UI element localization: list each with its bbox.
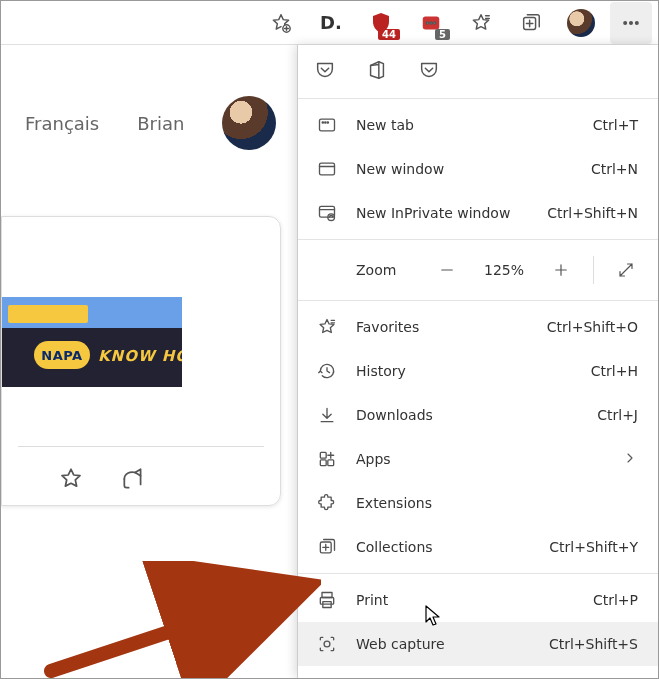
svg-point-23: [324, 641, 330, 647]
menu-history[interactable]: History Ctrl+H: [298, 349, 658, 393]
capture-icon: [316, 634, 338, 654]
zoom-label: Zoom: [356, 262, 417, 278]
zoom-out-button[interactable]: [425, 248, 469, 292]
extension-d-label: D.: [320, 12, 342, 33]
svg-rect-13: [320, 163, 335, 175]
menu-shortcut: Ctrl+Shift+Y: [549, 539, 638, 555]
apps-icon: [316, 449, 338, 469]
menu-label: Favorites: [356, 319, 529, 335]
menu-label: New InPrivate window: [356, 205, 529, 221]
add-favorite-button[interactable]: [260, 2, 302, 44]
menu-collections[interactable]: Collections Ctrl+Shift+Y: [298, 525, 658, 569]
svg-rect-16: [320, 452, 326, 458]
menu-print[interactable]: Print Ctrl+P: [298, 578, 658, 622]
menu-apps[interactable]: Apps: [298, 437, 658, 481]
menu-label: New tab: [356, 117, 575, 133]
menu-shortcut: Ctrl+Shift+O: [547, 319, 638, 335]
new-tab-icon: [316, 115, 338, 135]
menu-shortcut: Ctrl+H: [591, 363, 638, 379]
zoom-in-button[interactable]: [539, 248, 583, 292]
inprivate-icon: [316, 203, 338, 223]
annotation-arrow: [41, 561, 321, 679]
user-name-label[interactable]: Brian: [137, 113, 184, 134]
svg-point-10: [322, 122, 323, 123]
menu-shortcut: Ctrl+P: [593, 592, 638, 608]
collections-toolbar-button[interactable]: [510, 2, 552, 44]
svg-point-3: [430, 21, 432, 23]
puzzle-icon: [316, 493, 338, 513]
menu-label: Apps: [356, 451, 604, 467]
content-card: NAPA KNOW HOW: [1, 216, 281, 506]
brand-badge: NAPA: [34, 341, 90, 369]
menu-label: Print: [356, 592, 575, 608]
history-icon: [316, 361, 338, 381]
zoom-percent: 125%: [477, 262, 531, 278]
svg-rect-18: [320, 460, 326, 466]
card-favorite-button[interactable]: [58, 466, 84, 495]
menu-downloads[interactable]: Downloads Ctrl+J: [298, 393, 658, 437]
svg-point-6: [624, 21, 627, 24]
user-avatar[interactable]: [222, 96, 276, 150]
star-icon: [316, 317, 338, 337]
svg-point-2: [426, 21, 428, 23]
svg-point-7: [630, 21, 633, 24]
svg-line-26: [51, 589, 299, 671]
pocket-icon-2[interactable]: [418, 59, 440, 84]
menu-new-window[interactable]: New window Ctrl+N: [298, 147, 658, 191]
svg-rect-9: [320, 119, 335, 131]
overflow-menu: New tab Ctrl+T New window Ctrl+N New InP…: [297, 45, 658, 678]
menu-label: Extensions: [356, 495, 638, 511]
brand-tagline: KNOW HOW: [98, 347, 182, 365]
language-link[interactable]: Français: [25, 113, 99, 134]
download-icon: [316, 405, 338, 425]
menu-shortcut: Ctrl+Shift+S: [549, 636, 638, 652]
menu-label: New window: [356, 161, 573, 177]
profile-button[interactable]: [560, 2, 602, 44]
menu-shortcut: Ctrl+N: [591, 161, 638, 177]
menu-label: Web capture: [356, 636, 531, 652]
menu-shortcut: Ctrl+Shift+N: [547, 205, 638, 221]
page-header: Français Brian 5: [25, 96, 326, 150]
favorites-hub-button[interactable]: [460, 2, 502, 44]
menu-top-icons: [298, 45, 658, 94]
avatar-icon: [567, 9, 595, 37]
menu-shortcut: Ctrl+J: [597, 407, 638, 423]
svg-point-12: [327, 122, 328, 123]
menu-label: Downloads: [356, 407, 579, 423]
fullscreen-button[interactable]: [604, 248, 648, 292]
menu-new-tab[interactable]: New tab Ctrl+T: [298, 103, 658, 147]
print-icon: [316, 590, 338, 610]
ublock-badge: 44: [378, 29, 400, 40]
more-menu-button[interactable]: [610, 2, 652, 44]
menu-shortcut: Ctrl+T: [593, 117, 638, 133]
svg-point-4: [434, 21, 436, 23]
office-icon[interactable]: [366, 59, 388, 84]
svg-point-11: [325, 122, 326, 123]
password-badge: 5: [435, 29, 450, 40]
extension-password-button[interactable]: 5: [410, 2, 452, 44]
chevron-right-icon: [622, 450, 638, 469]
pocket-icon[interactable]: [314, 59, 336, 84]
extension-d-button[interactable]: D.: [310, 2, 352, 44]
menu-favorites[interactable]: Favorites Ctrl+Shift+O: [298, 305, 658, 349]
browser-toolbar: D. 44 5: [1, 1, 658, 45]
collections-icon: [316, 537, 338, 557]
extension-ublock-button[interactable]: 44: [360, 2, 402, 44]
menu-label: Collections: [356, 539, 531, 555]
menu-web-capture[interactable]: Web capture Ctrl+Shift+S: [298, 622, 658, 666]
svg-point-8: [636, 21, 639, 24]
menu-extensions[interactable]: Extensions: [298, 481, 658, 525]
menu-share[interactable]: Share: [298, 666, 658, 678]
window-icon: [316, 159, 338, 179]
menu-zoom: Zoom 125%: [298, 244, 658, 296]
menu-new-inprivate[interactable]: New InPrivate window Ctrl+Shift+N: [298, 191, 658, 235]
svg-rect-20: [322, 593, 332, 598]
menu-label: History: [356, 363, 573, 379]
card-image: NAPA KNOW HOW: [2, 297, 182, 387]
card-share-button[interactable]: [120, 466, 146, 495]
svg-rect-17: [328, 460, 334, 466]
